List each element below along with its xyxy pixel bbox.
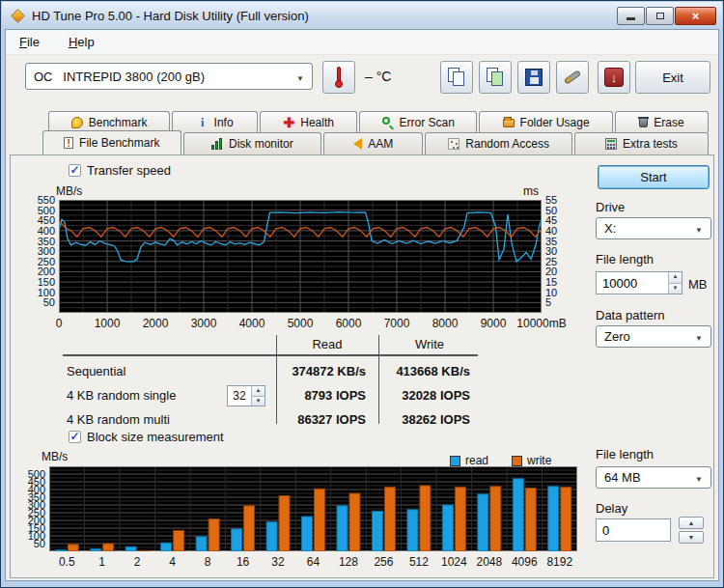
save-button[interactable] [517, 61, 550, 94]
thermometer-icon [335, 67, 343, 88]
copy-screenshot-button[interactable] [479, 61, 512, 94]
tick-label: 50 [16, 538, 45, 549]
app-icon [11, 9, 25, 23]
drive-letter-value: X: [604, 221, 616, 236]
transfer-speed-label: Transfer speed [87, 163, 171, 178]
copy-text-button[interactable] [440, 61, 473, 94]
tick-label: 5 [545, 296, 551, 308]
stepper-up-icon[interactable]: ▲ [252, 386, 265, 396]
tab-file-benchmark[interactable]: ! File Benchmark [42, 130, 181, 154]
options-icon [564, 70, 581, 84]
data-pattern-select[interactable]: Zero [596, 325, 711, 348]
temperature-value: – °C [365, 69, 391, 84]
tab-extra-tests[interactable]: Extra tests [574, 132, 709, 154]
window-title: HD Tune Pro 5.00 - Hard Disk Utility (Fu… [32, 9, 309, 23]
folder-icon [503, 119, 515, 127]
delay-input[interactable]: 0 [596, 518, 671, 542]
tab-random-access[interactable]: Random Access [425, 132, 571, 154]
file-length-stepper[interactable]: 10000 ▲▼ [596, 271, 682, 294]
delay-stepper[interactable]: ▲ ▼ [679, 517, 704, 544]
tab-info[interactable]: i Info [172, 111, 258, 132]
tab-label: Extra tests [623, 137, 678, 151]
row-label: 4 KB random single [67, 388, 176, 403]
read-value: 86327 IOPS [273, 412, 366, 427]
bar-chart-legend: read write [450, 454, 551, 467]
tick-label: 9000 [466, 317, 520, 330]
col-header-read: Read [277, 337, 377, 351]
tabstrip-row1: Benchmark i Info ✚ Health Error Scan Fol… [48, 111, 710, 132]
tick-label: 6000 [321, 317, 376, 330]
temperature-button[interactable] [322, 61, 355, 94]
maximize-button[interactable] [646, 7, 674, 25]
tab-folder-usage[interactable]: Folder Usage [479, 111, 613, 132]
tab-label: File Benchmark [79, 136, 159, 150]
write-legend-label: write [527, 454, 551, 467]
block-size-checkbox[interactable]: ✓ [69, 431, 81, 443]
tab-label: Info [214, 116, 234, 129]
block-size-checkline: ✓ Block size measurement [69, 430, 224, 444]
download-button[interactable]: ↓ [598, 61, 630, 94]
tab-benchmark[interactable]: Benchmark [48, 111, 170, 132]
extra-tests-icon [605, 138, 617, 150]
stepper-down-icon[interactable]: ▼ [669, 283, 682, 294]
tabstrip-row2: ! File Benchmark Disk monitor AAM Random… [42, 132, 710, 154]
save-icon [525, 69, 543, 86]
tick-label: 50 [26, 296, 55, 308]
tab-label: AAM [368, 137, 393, 151]
drive-letter-select[interactable]: X: [596, 217, 711, 239]
app-window: HD Tune Pro 5.00 - Hard Disk Utility (Fu… [0, 0, 724, 588]
copy-text-icon [448, 68, 465, 87]
stepper-up-icon[interactable]: ▲ [669, 272, 682, 283]
tick-label: 0 [32, 317, 86, 330]
start-button[interactable]: Start [598, 165, 710, 189]
menu-file[interactable]: File [15, 33, 43, 51]
tab-label: Error Scan [400, 116, 455, 129]
tab-aam[interactable]: AAM [323, 132, 423, 154]
read-value: 374872 KB/s [273, 364, 366, 378]
file-benchmark-page: ✓ Transfer speed MB/s ms 550500450400350… [10, 154, 714, 578]
tick-label: 3000 [177, 317, 231, 330]
benchmark-icon [71, 117, 83, 128]
tab-erase[interactable]: Erase [615, 111, 709, 132]
file-length2-value: 64 MB [604, 470, 641, 485]
tick-label: 8000 [418, 317, 472, 330]
file-length2-select[interactable]: 64 MB [596, 466, 711, 489]
queue-depth-stepper[interactable]: 32 ▲▼ [227, 385, 265, 406]
write-value: 38262 IOPS [377, 412, 470, 427]
tab-disk-monitor[interactable]: Disk monitor [183, 132, 322, 154]
write-value: 413668 KB/s [377, 364, 470, 378]
tick-label: 7000 [370, 317, 424, 330]
tab-error-scan[interactable]: Error Scan [359, 111, 477, 132]
read-value: 8793 IOPS [273, 388, 366, 403]
titlebar: HD Tune Pro 5.00 - Hard Disk Utility (Fu… [2, 2, 722, 29]
transfer-speed-checkline: ✓ Transfer speed [69, 163, 171, 178]
maximize-icon [656, 13, 664, 19]
tab-health[interactable]: ✚ Health [260, 111, 357, 132]
stepper-up-icon[interactable]: ▲ [679, 517, 704, 529]
minimize-button[interactable] [617, 7, 645, 25]
drive-select[interactable]: OC INTREPID 3800 (200 gB) [25, 63, 313, 90]
tab-label: Folder Usage [520, 116, 590, 129]
tab-label: Erase [654, 116, 683, 129]
exit-button[interactable]: Exit [635, 61, 710, 94]
tab-label: Random Access [465, 137, 549, 151]
bar-chart-ylabel: MB/s [42, 450, 68, 463]
magnifier-icon [382, 117, 394, 128]
menu-help[interactable]: Help [65, 33, 98, 51]
transfer-speed-checkbox[interactable]: ✓ [69, 164, 81, 177]
queue-depth-value: 32 [228, 389, 251, 403]
stepper-down-icon[interactable]: ▼ [252, 396, 265, 406]
tick-label: 4000 [225, 317, 279, 330]
row-label: Sequential [67, 364, 125, 378]
tab-label: Health [300, 116, 334, 129]
results-table: Read Write Sequential 374872 KB/s 413668… [63, 335, 478, 424]
stepper-down-icon[interactable]: ▼ [679, 531, 704, 544]
delay-value: 0 [597, 523, 670, 538]
chevron-down-icon [695, 470, 703, 485]
file-length-unit: MB [688, 277, 708, 292]
options-button[interactable] [556, 61, 589, 94]
speaker-icon [353, 138, 362, 150]
delay-label: Delay [596, 501, 627, 516]
write-legend-swatch [512, 456, 522, 466]
close-button[interactable]: × [675, 7, 716, 25]
